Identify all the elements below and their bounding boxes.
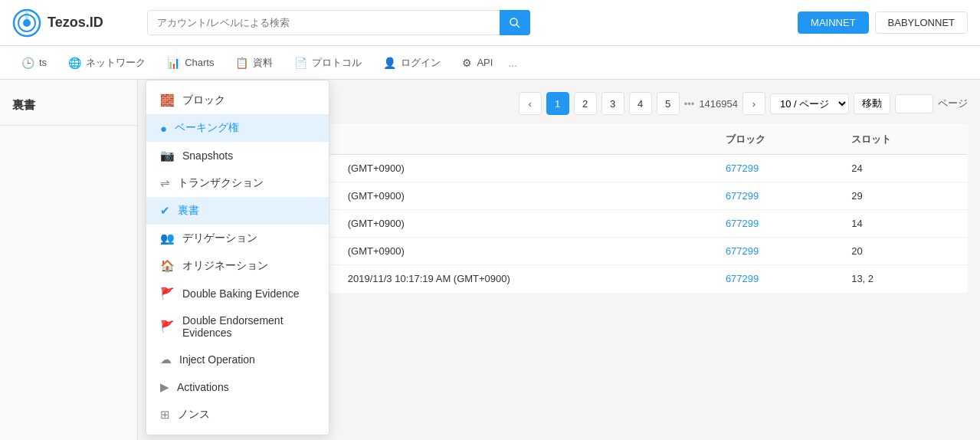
- inject-icon: ☁: [160, 353, 172, 366]
- nav-login-label: ログイン: [401, 56, 441, 70]
- clock-icon: 🕒: [21, 57, 34, 69]
- cell-block: 677299: [715, 182, 841, 210]
- dropdown-baking-label: ベーキング権: [175, 121, 239, 135]
- origination-icon: 🏠: [160, 259, 175, 273]
- nav-item-charts[interactable]: 📊 Charts: [158, 52, 223, 74]
- page-4-button[interactable]: 4: [629, 92, 652, 115]
- dropdown-item-block[interactable]: 🧱 ブロック: [146, 87, 329, 114]
- page-3-button[interactable]: 3: [601, 92, 624, 115]
- nav-protocol-label: プロトコル: [312, 56, 362, 70]
- dropdown-item-delegations[interactable]: 👥 デリゲーション: [146, 225, 329, 252]
- network-buttons: MAINNET BABYLONNET: [798, 11, 968, 34]
- dropdown-item-double-baking[interactable]: 🚩 Double Baking Evidence: [146, 280, 329, 307]
- block-link[interactable]: 677299: [726, 245, 759, 257]
- sidebar-title: 裏書: [0, 92, 137, 119]
- nav-charts-label: Charts: [185, 57, 214, 68]
- page-jump: 10 / ページ 移動 ページ: [770, 93, 968, 114]
- page-1-button[interactable]: 1: [546, 92, 569, 115]
- block-link[interactable]: 677299: [726, 273, 759, 284]
- svg-line-4: [516, 25, 519, 28]
- baking-icon: ●: [160, 122, 167, 135]
- svg-point-3: [510, 18, 517, 25]
- page-2-button[interactable]: 2: [574, 92, 597, 115]
- dropdown-endorsements-label: 裏書: [178, 204, 199, 218]
- double-endorsement-icon: 🚩: [160, 320, 175, 333]
- search-button[interactable]: [500, 10, 530, 35]
- page-suffix-label: ページ: [938, 97, 968, 110]
- cell-block: 677299: [715, 265, 841, 293]
- nav-docs-label: 資料: [253, 56, 273, 70]
- babylonnet-button[interactable]: BABYLONNET: [875, 11, 968, 34]
- logo-text: Tezos.ID: [48, 15, 103, 31]
- cell-time: 2019/11/3 10:17:19 AM (GMT+0900): [337, 265, 715, 293]
- next-page-button[interactable]: ›: [742, 92, 765, 115]
- cell-time: (GMT+0900): [337, 210, 715, 238]
- dropdown-item-origination[interactable]: 🏠 オリジネーション: [146, 252, 329, 280]
- nav-item-ts[interactable]: 🕒 ts: [12, 52, 56, 74]
- dropdown-double-baking-label: Double Baking Evidence: [182, 287, 300, 300]
- activations-icon: ▶: [160, 380, 169, 394]
- dropdown-item-inject[interactable]: ☁ Inject Operation: [146, 346, 329, 373]
- charts-icon: 📊: [167, 57, 180, 69]
- login-icon: 👤: [383, 57, 396, 69]
- nav-item-network[interactable]: 🌐 ネットワーク: [59, 51, 155, 74]
- block-link[interactable]: 677299: [726, 218, 759, 229]
- transactions-icon: ⇌: [160, 176, 170, 190]
- col-slot: スロット: [841, 125, 967, 155]
- jump-button[interactable]: 移動: [854, 93, 890, 114]
- col-time: [337, 125, 715, 155]
- cell-time: (GMT+0900): [337, 238, 715, 265]
- nav-more[interactable]: ...: [505, 57, 520, 69]
- block-icon: 🧱: [160, 94, 175, 107]
- cell-time: (GMT+0900): [337, 155, 715, 182]
- mainnet-button[interactable]: MAINNET: [798, 11, 869, 34]
- dropdown-delegations-label: デリゲーション: [182, 231, 257, 245]
- network-icon: 🌐: [68, 57, 81, 69]
- dropdown-double-endorsement-label: Double Endorsement Evidences: [182, 314, 315, 339]
- dropdown-activations-label: Activations: [177, 381, 229, 393]
- dropdown-item-snapshots[interactable]: 📷 Snapshots: [146, 142, 329, 169]
- cell-time: (GMT+0900): [337, 182, 715, 210]
- logo: Tezos.ID: [12, 8, 135, 38]
- sidebar-divider: [0, 125, 137, 126]
- dropdown-item-transactions[interactable]: ⇌ トランザクション: [146, 169, 329, 197]
- cell-block: 677299: [715, 155, 841, 182]
- per-page-select[interactable]: 10 / ページ: [770, 94, 849, 114]
- cell-block: 677299: [715, 238, 841, 265]
- search-bar: [147, 10, 530, 35]
- dropdown-item-activations[interactable]: ▶ Activations: [146, 373, 329, 401]
- page-5-button[interactable]: 5: [657, 92, 680, 115]
- block-link[interactable]: 677299: [726, 163, 759, 174]
- delegations-icon: 👥: [160, 231, 175, 245]
- cell-slot: 20: [841, 238, 967, 265]
- page-total: 1416954: [699, 98, 738, 110]
- dropdown-origination-label: オリジネーション: [182, 259, 268, 273]
- cell-block: 677299: [715, 210, 841, 238]
- col-block: ブロック: [715, 125, 841, 155]
- search-input[interactable]: [147, 10, 530, 35]
- dropdown-item-endorsements[interactable]: ✔ 裏書: [146, 197, 329, 225]
- cell-slot: 13, 2: [841, 265, 967, 293]
- dropdown-item-nonce[interactable]: ⊞ ノンス: [146, 401, 329, 429]
- block-link[interactable]: 677299: [726, 190, 759, 202]
- nav-item-api[interactable]: ⚙ API: [453, 52, 502, 74]
- nav-item-login[interactable]: 👤 ログイン: [374, 51, 450, 74]
- navbar: 🕒 ts 🌐 ネットワーク 📊 Charts 📋 資料 📄 プロトコル 👤 ログ…: [0, 46, 980, 80]
- api-icon: ⚙: [462, 57, 472, 69]
- endorsements-icon: ✔: [160, 204, 170, 218]
- nav-item-docs[interactable]: 📋 資料: [226, 51, 282, 74]
- dropdown-transactions-label: トランザクション: [178, 176, 264, 190]
- search-icon: [509, 17, 521, 29]
- dropdown-block-label: ブロック: [182, 94, 225, 107]
- page-number-input[interactable]: [895, 94, 933, 113]
- dropdown-snapshots-label: Snapshots: [182, 149, 233, 162]
- header: Tezos.ID MAINNET BABYLONNET: [0, 0, 980, 46]
- nav-ts-label: ts: [39, 57, 47, 68]
- layout: 裏書 🧱 ブロック ● ベーキング権 📷 Snapshots ⇌ トランザクショ…: [0, 80, 980, 440]
- prev-page-button[interactable]: ‹: [519, 92, 542, 115]
- dropdown-item-double-endorsement[interactable]: 🚩 Double Endorsement Evidences: [146, 307, 329, 346]
- protocol-icon: 📄: [294, 57, 307, 69]
- nav-network-label: ネットワーク: [86, 56, 146, 70]
- dropdown-item-baking[interactable]: ● ベーキング権: [146, 114, 329, 142]
- nav-item-protocol[interactable]: 📄 プロトコル: [285, 51, 371, 74]
